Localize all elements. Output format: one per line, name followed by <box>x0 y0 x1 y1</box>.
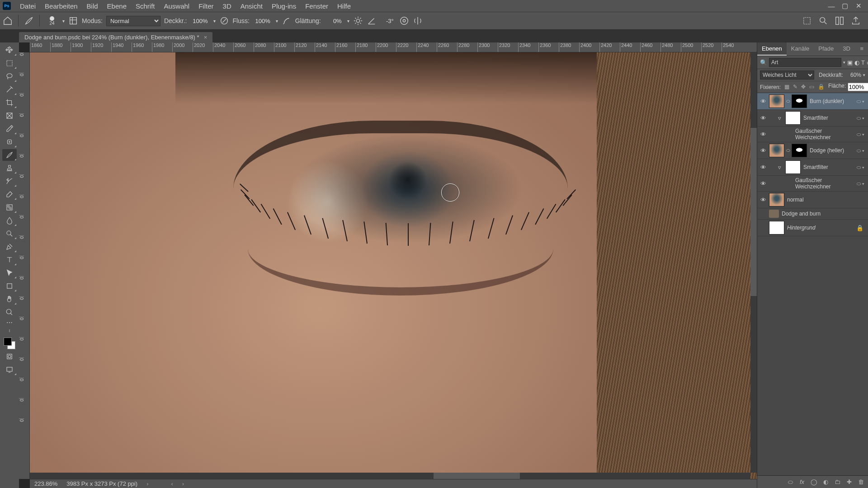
eraser-tool[interactable] <box>2 188 17 200</box>
visibility-toggle[interactable]: 👁 <box>759 98 767 105</box>
smoothing-input[interactable] <box>325 17 344 25</box>
visibility-toggle[interactable]: 👁 <box>759 197 767 203</box>
menu-plugins[interactable]: Plug-ins <box>267 2 301 10</box>
menu-schrift[interactable]: Schrift <box>131 2 160 10</box>
lock-artboard-icon[interactable]: ▭ <box>809 84 814 91</box>
quickmask-tool[interactable] <box>2 351 17 362</box>
visibility-toggle[interactable]: 👁 <box>759 131 767 138</box>
layer-row[interactable]: 👁⬭Burn (dunkler)⬭ ▾ <box>757 93 868 110</box>
lock-icon[interactable]: 🔒 <box>856 225 866 231</box>
mask-thumbnail[interactable] <box>792 144 807 157</box>
zoom-value[interactable]: 223.86% <box>34 480 57 487</box>
expand-icon[interactable]: ▿ <box>778 164 783 171</box>
panel-menu-icon[interactable]: ≡ <box>855 42 868 56</box>
zoom-tool[interactable] <box>2 306 17 318</box>
menu-ansicht[interactable]: Ansicht <box>236 2 267 10</box>
menu-bild[interactable]: Bild <box>82 2 103 10</box>
fx-indicator-icon[interactable]: ⬭ ▾ <box>857 99 866 104</box>
visibility-toggle[interactable]: 👁 <box>759 115 767 122</box>
hand-tool[interactable] <box>2 293 17 305</box>
layer-opacity-input[interactable] <box>845 72 861 78</box>
vertical-scrollbar[interactable] <box>750 52 757 473</box>
brush-tool[interactable] <box>2 149 17 161</box>
fx-indicator-icon[interactable]: ⬭ ▾ <box>857 115 866 121</box>
angle-input[interactable] <box>380 17 396 25</box>
edit-toolbar-icon[interactable]: ↕ <box>2 327 17 333</box>
chevron-down-icon[interactable]: ▾ <box>62 19 65 23</box>
fill-input[interactable] <box>848 83 868 91</box>
layer-name[interactable]: Gaußscher Weichzeichner <box>794 128 855 141</box>
layer-name[interactable]: Hintergrund <box>786 225 854 231</box>
ruler-vertical[interactable]: 0000000000000000000 <box>19 52 30 479</box>
pressure-opacity-icon[interactable] <box>219 16 229 26</box>
lock-pixels-icon[interactable]: ▦ <box>784 84 789 91</box>
layer-row[interactable]: Dodge and burn <box>757 208 868 220</box>
stamp-tool[interactable] <box>2 162 17 174</box>
layer-name[interactable]: Smartfilter <box>802 164 855 170</box>
lock-paint-icon[interactable]: ✎ <box>793 84 797 91</box>
menu-datei[interactable]: Datei <box>15 2 40 10</box>
expand-icon[interactable]: ▿ <box>778 115 783 122</box>
layer-row[interactable]: 👁Gaußscher Weichzeichner⬭ ▾ <box>757 127 868 142</box>
layer-name[interactable]: normal <box>786 197 866 203</box>
fx-indicator-icon[interactable]: ⬭ ▾ <box>857 148 866 154</box>
opacity-input[interactable] <box>191 17 210 25</box>
window-maximize-button[interactable]: ▢ <box>838 2 852 10</box>
frame-tool[interactable] <box>2 110 17 122</box>
menu-ebene[interactable]: Ebene <box>103 2 131 10</box>
eyedropper-tool[interactable] <box>2 123 17 135</box>
filter-adjust-icon[interactable]: ◐ <box>854 58 859 66</box>
menu-fenster[interactable]: Fenster <box>301 2 333 10</box>
path-select-tool[interactable] <box>2 267 17 279</box>
menu-bearbeiten[interactable]: Bearbeiten <box>40 2 82 10</box>
layer-row[interactable]: 👁▿Smartfilter⬭ ▾ <box>757 110 868 127</box>
menu-hilfe[interactable]: Hilfe <box>333 2 355 10</box>
canvas[interactable] <box>30 52 757 479</box>
status-arrow-icon[interactable]: › <box>146 480 148 487</box>
close-tab-icon[interactable]: × <box>204 34 208 41</box>
brush-preset-picker[interactable]: 24 <box>45 13 59 28</box>
visibility-toggle[interactable]: 👁 <box>759 147 767 154</box>
healing-tool[interactable] <box>2 136 17 148</box>
fx-indicator-icon[interactable]: ⬭ ▾ <box>857 131 866 137</box>
chevron-down-icon[interactable]: ▾ <box>276 19 278 23</box>
move-tool[interactable] <box>2 44 17 56</box>
white-thumbnail[interactable] <box>785 160 801 174</box>
timeline-prev-icon[interactable]: ‹ <box>171 480 173 487</box>
chevron-down-icon[interactable]: ▾ <box>863 73 865 77</box>
dodge-tool[interactable] <box>2 228 17 239</box>
shape-tool[interactable] <box>2 280 17 292</box>
home-icon[interactable] <box>3 16 13 26</box>
layer-row[interactable]: 👁⬭Dodge (heller)⬭ ▾ <box>757 142 868 159</box>
blur-tool[interactable] <box>2 215 17 226</box>
window-minimize-button[interactable]: — <box>825 2 838 10</box>
layer-row[interactable]: 👁Gaußscher Weichzeichner⬭ ▾ <box>757 176 868 192</box>
search-icon[interactable] <box>818 16 828 26</box>
delete-layer-icon[interactable]: 🗑 <box>857 479 864 486</box>
layer-blend-select[interactable]: Weiches Licht <box>760 70 814 80</box>
flow-input[interactable] <box>253 17 272 25</box>
layer-name[interactable]: Smartfilter <box>802 115 855 121</box>
timeline-next-icon[interactable]: › <box>182 480 184 487</box>
menu-3d[interactable]: 3D <box>218 2 236 10</box>
fx-indicator-icon[interactable]: ⬭ ▾ <box>857 164 866 170</box>
new-group-icon[interactable]: 🗀 <box>834 479 841 486</box>
workspace-icon[interactable] <box>835 16 844 26</box>
tab-pfade[interactable]: Pfade <box>814 42 838 56</box>
layer-name[interactable]: Dodge and burn <box>781 211 866 217</box>
photo-thumbnail[interactable] <box>769 94 784 108</box>
symmetry-icon[interactable] <box>413 16 423 26</box>
layer-name[interactable]: Dodge (heller) <box>809 147 855 154</box>
chevron-down-icon[interactable]: ▾ <box>843 60 845 65</box>
gradient-tool[interactable] <box>2 202 17 213</box>
adjustment-layer-icon[interactable]: ◐ <box>822 479 829 486</box>
magic-wand-tool[interactable] <box>2 84 17 95</box>
crop-tool[interactable] <box>2 97 17 108</box>
color-swatch[interactable] <box>4 338 15 349</box>
layer-filter-input[interactable] <box>769 58 841 67</box>
chevron-down-icon[interactable]: ▾ <box>213 19 216 23</box>
tab-kanale[interactable]: Kanäle <box>787 42 814 56</box>
filter-type-icon[interactable]: T <box>861 58 865 66</box>
document-tab[interactable]: Dodge and burn.psdc bei 224% (Burn (dunk… <box>19 32 212 42</box>
visibility-toggle[interactable]: 👁 <box>759 180 767 187</box>
